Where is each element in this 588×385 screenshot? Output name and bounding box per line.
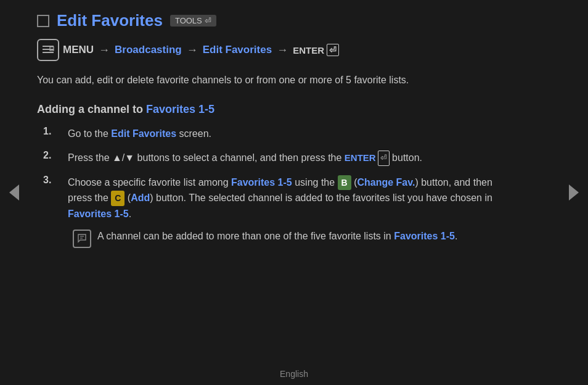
breadcrumb-separator2: →: [187, 44, 198, 57]
breadcrumb-separator3: →: [277, 44, 288, 57]
step-1-link: Edit Favorites: [111, 128, 176, 139]
c-button: C: [111, 191, 125, 205]
tools-key-icon: ⏎: [205, 16, 211, 25]
step-3-number: 3.: [43, 175, 60, 186]
breadcrumb-edit-favorites: Edit Favorites: [203, 44, 272, 56]
step-1: 1. Go to the Edit Favorites screen.: [43, 126, 518, 142]
section-title-link: Favorites 1-5: [146, 103, 214, 115]
breadcrumb-separator1: →: [99, 44, 110, 57]
breadcrumb-row: MENU → Broadcasting → Edit Favorites → E…: [37, 39, 518, 61]
svg-rect-4: [43, 52, 54, 53]
section-title: Adding a channel to Favorites 1-5: [37, 103, 518, 116]
svg-marker-1: [569, 184, 579, 201]
section-prefix: Adding a channel to: [37, 103, 146, 115]
step-2-content: Press the ▲/▼ buttons to select a channe…: [68, 150, 422, 166]
description-text: You can add, edit or delete favorite cha…: [37, 72, 518, 88]
note-text: A channel can be added to more than one …: [97, 228, 457, 244]
nav-right-button[interactable]: [565, 177, 583, 208]
tools-label: TOOLS: [175, 16, 202, 25]
breadcrumb-broadcasting: Broadcasting: [115, 44, 182, 56]
breadcrumb-enter: ENTER⏎: [293, 44, 339, 56]
change-fav-label: Change Fav.: [357, 177, 415, 188]
steps-container: 1. Go to the Edit Favorites screen. 2. P…: [43, 126, 518, 248]
add-label: Add: [131, 192, 150, 203]
footer-language: English: [280, 369, 308, 379]
step-3-content: Choose a specific favorite list among Fa…: [68, 175, 518, 248]
enter-key-icon: ⏎: [327, 44, 339, 56]
title-square-icon: [37, 15, 49, 27]
enter-text: ENTER: [293, 45, 324, 56]
step-2-enter: ENTER⏎: [345, 151, 390, 166]
note-box: A channel can be added to more than one …: [68, 228, 518, 248]
step-2: 2. Press the ▲/▼ buttons to select a cha…: [43, 150, 518, 166]
step-2-number: 2.: [43, 150, 60, 161]
menu-icon: [37, 39, 59, 61]
step-1-content: Go to the Edit Favorites screen.: [68, 126, 211, 142]
menu-text: MENU: [63, 44, 94, 56]
svg-rect-3: [43, 49, 54, 50]
nav-left-button[interactable]: [5, 177, 23, 208]
note-icon: [73, 230, 91, 248]
note-favorites-link: Favorites 1-5: [394, 231, 455, 241]
page-title: Edit Favorites: [57, 11, 163, 30]
svg-marker-0: [9, 184, 19, 201]
step-3: 3. Choose a specific favorite list among…: [43, 175, 518, 248]
tools-badge: TOOLS ⏎: [170, 15, 216, 27]
step-1-number: 1.: [43, 126, 60, 137]
title-row: Edit Favorites TOOLS ⏎: [37, 11, 518, 30]
b-button: B: [338, 175, 351, 190]
step-3-favorites-link: Favorites 1-5: [231, 177, 292, 188]
step-3-favorites-link2: Favorites 1-5: [68, 209, 129, 219]
footer: English: [0, 369, 588, 379]
